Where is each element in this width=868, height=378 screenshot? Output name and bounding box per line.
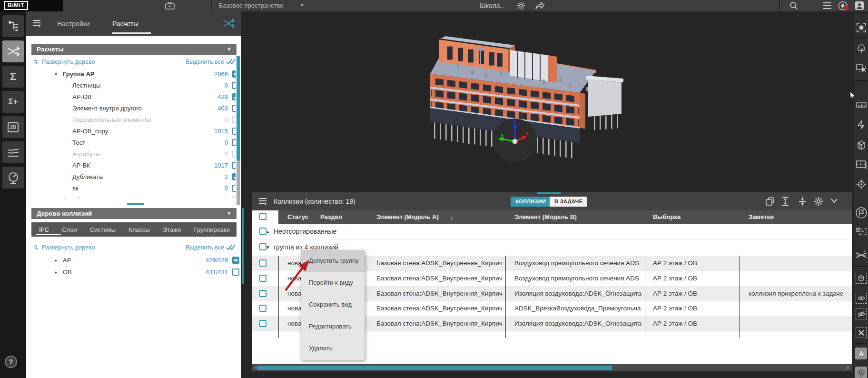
tree-item[interactable]: ▸ОВ431/431 — [55, 266, 239, 278]
row-checkbox[interactable] — [259, 290, 266, 297]
clash-jump-button[interactable] — [855, 119, 867, 131]
tree-item[interactable]: АР-ОВ429 — [55, 91, 236, 102]
menu-item-delete[interactable]: Удалить — [301, 338, 365, 359]
col-notes[interactable]: Заметки — [749, 210, 774, 224]
tree-item[interactable]: Тест0 — [55, 137, 236, 148]
tree-item[interactable]: Лестницы0 — [55, 80, 236, 91]
item-checkbox[interactable] — [232, 150, 236, 158]
expand-icon[interactable]: ▸ — [55, 258, 63, 263]
item-checkbox[interactable] — [232, 82, 236, 89]
collision-tree-header[interactable]: Дерево коллизий ▼ — [31, 208, 237, 219]
scroll-left-arrow[interactable]: ◄ — [253, 365, 257, 370]
panel-collapse-chevron-icon[interactable] — [831, 199, 838, 203]
2d-view-button[interactable]: 2D — [2, 116, 24, 138]
share-icon[interactable] — [535, 1, 544, 10]
model-cube-button[interactable] — [855, 348, 867, 359]
tree-item[interactable]: ▾Группа АР2866 — [55, 68, 236, 80]
list-menu-icon[interactable] — [822, 2, 832, 10]
row-checkbox[interactable] — [259, 275, 266, 282]
collisions-shuffle-button[interactable] — [2, 40, 24, 62]
orbit-button[interactable] — [855, 367, 867, 378]
expand-icon[interactable]: ▸ — [55, 197, 63, 199]
collisions-toggle-button[interactable]: КОЛЛИЗИИ — [511, 197, 551, 207]
calc-tree-scrollbar[interactable] — [237, 56, 240, 205]
double-check-icon[interactable] — [226, 58, 237, 65]
expand-rows-icon[interactable] — [781, 197, 789, 206]
gear-icon[interactable] — [517, 1, 525, 10]
gauge-button[interactable] — [2, 167, 24, 189]
hide-button[interactable] — [855, 308, 867, 320]
clash-lines-button[interactable]: 12 — [855, 249, 867, 260]
collapse-icon[interactable]: ▾ — [55, 71, 63, 77]
select-all-link[interactable]: Выделить всё — [186, 59, 224, 65]
expanded-group-icon[interactable]: ▼ — [266, 239, 270, 255]
row-checkbox[interactable] — [259, 259, 266, 267]
briefcase-icon[interactable] — [165, 1, 175, 10]
scroll-right-arrow[interactable]: ► — [846, 365, 850, 370]
expand-icon[interactable]: ▸ — [55, 269, 63, 275]
tab-classes[interactable]: Классы — [128, 226, 150, 233]
collapsed-group-icon[interactable]: ▲ — [266, 224, 270, 239]
item-checkbox[interactable] — [232, 93, 236, 100]
expand-tree-link[interactable]: ⇅Развернуть дерево — [33, 59, 95, 65]
tree-item[interactable]: Атрибуты0 — [55, 148, 236, 159]
clear-selection-button[interactable] — [855, 327, 867, 338]
calc-tree-hscrollbar[interactable] — [127, 203, 144, 205]
tree-item[interactable]: АР-ВК1017 — [55, 159, 236, 171]
sum-add-button[interactable]: Σ+ — [2, 91, 24, 113]
panel-resize-scrollbar[interactable] — [242, 208, 244, 284]
col-model-a[interactable]: Элемент (Модель A) — [376, 210, 439, 224]
item-checkbox[interactable] — [232, 70, 236, 78]
menu-item-save-view[interactable]: Сохранить вид — [301, 294, 365, 316]
panel-menu-icon[interactable] — [33, 20, 41, 27]
app-logo[interactable]: BiMiT — [4, 1, 28, 10]
in-task-toggle-button[interactable]: В ЗАДАЧЕ — [550, 197, 587, 207]
table-hscrollbar[interactable]: ◄ ► — [252, 364, 852, 371]
help-button[interactable]: ? — [5, 356, 17, 368]
copy-icon[interactable] — [765, 197, 775, 206]
tree-item[interactable]: вк0 — [55, 182, 236, 194]
chevron-down-icon[interactable]: ▼ — [300, 0, 305, 11]
tab-ifc[interactable]: IFC — [39, 226, 49, 233]
table-settings-gear-icon[interactable] — [814, 197, 823, 206]
search-icon[interactable] — [789, 1, 798, 10]
tab-settings[interactable]: Настройки — [57, 20, 90, 28]
row-checkbox[interactable] — [259, 305, 266, 312]
item-checkbox[interactable] — [232, 173, 236, 180]
axis-gizmo[interactable]: Z Y X — [492, 118, 538, 163]
expand-tree-link[interactable]: ⇅Развернуть дерево — [33, 244, 95, 251]
tree-item[interactable]: АР-ОВ_copy1015 — [55, 125, 236, 137]
row-checkbox[interactable] — [259, 320, 266, 327]
sum-button[interactable]: Σ — [2, 66, 24, 88]
item-checkbox[interactable] — [232, 128, 236, 135]
group-row-unsorted[interactable]: ▲ Неотсортированные — [252, 224, 852, 239]
col-section[interactable]: Раздел — [320, 210, 342, 224]
select-all-link[interactable]: Выделить всё — [186, 244, 224, 251]
user-avatar-icon[interactable] — [855, 1, 864, 10]
floor-plan-button[interactable] — [855, 159, 867, 170]
isolate-button[interactable] — [855, 272, 867, 284]
tab-groupings[interactable]: Группировки — [194, 226, 230, 233]
item-checkbox[interactable] — [232, 196, 236, 199]
tab-calculations[interactable]: Расчеты — [112, 20, 138, 28]
item-checkbox[interactable] — [232, 185, 236, 192]
item-checkbox[interactable] — [232, 116, 236, 123]
fit-view-button[interactable] — [855, 21, 867, 33]
selection-save-button[interactable]: S — [855, 225, 867, 237]
flag-button[interactable] — [855, 207, 867, 219]
sort-desc-icon[interactable]: ↓ — [450, 210, 454, 224]
col-selection[interactable]: Выборка — [653, 210, 681, 224]
structure-tree-button[interactable] — [2, 15, 24, 37]
tree-item[interactable]: ▸АР429/429 — [55, 254, 239, 266]
selection-sets-button[interactable] — [855, 62, 867, 74]
col-model-b[interactable]: Элемент (Модель B) — [514, 210, 577, 224]
tree-item[interactable]: Элемент внутри другого403 — [55, 102, 236, 114]
item-checkbox[interactable] — [232, 139, 236, 146]
tab-floors[interactable]: Этажи — [163, 226, 181, 233]
tab-systems[interactable]: Системы — [90, 226, 116, 233]
tree-item[interactable]: Подозрительные элементы0 — [55, 114, 236, 125]
shuffle-link-icon[interactable] — [223, 18, 235, 29]
collapse-rows-icon[interactable] — [799, 197, 806, 206]
tab-layers[interactable]: Слои — [62, 226, 77, 233]
locate-button[interactable] — [855, 178, 867, 190]
